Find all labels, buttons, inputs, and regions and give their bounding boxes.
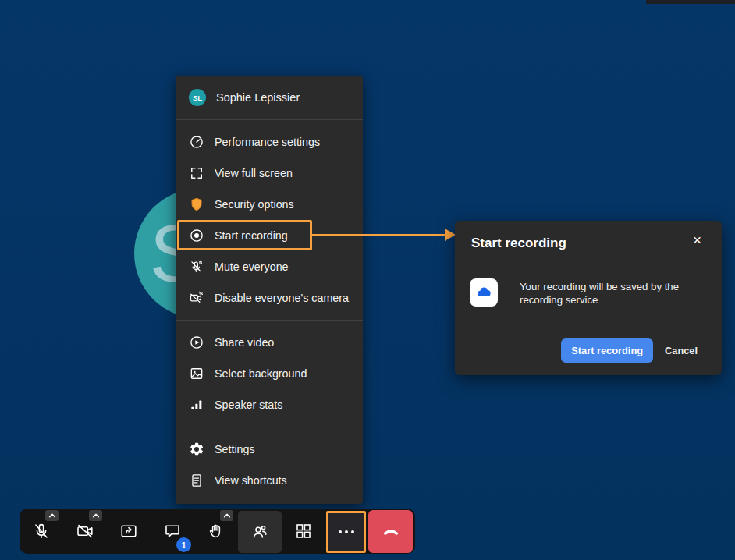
participants-icon [250, 523, 269, 541]
start-recording-button[interactable]: Start recording [561, 338, 653, 363]
tile-view-icon [294, 522, 313, 541]
menu-item-disable-everyones-camera[interactable]: Disable everyone's camera [176, 282, 363, 314]
menu-item-label: Performance settings [215, 136, 320, 148]
chat-icon [163, 522, 182, 541]
menu-item-speaker-stats[interactable]: Speaker stats [176, 389, 363, 420]
menu-item-view-shortcuts[interactable]: View shortcuts [176, 465, 363, 496]
menu-item-label: Settings [215, 443, 255, 455]
menu-item-view-full-screen[interactable]: View full screen [176, 158, 363, 189]
close-icon[interactable]: × [693, 232, 701, 247]
image-icon [189, 366, 204, 381]
more-actions-button[interactable] [326, 511, 366, 553]
chat-unread-badge: 1 [176, 537, 191, 552]
menu-group-2: Share video Select background Spe [176, 321, 363, 427]
menu-item-security-options[interactable]: Security options [176, 189, 363, 220]
menu-item-label: Select background [215, 367, 307, 380]
chevron-up-icon [223, 512, 231, 519]
chevron-up-icon [92, 512, 100, 519]
participants-button[interactable] [238, 511, 282, 553]
menu-item-performance-settings[interactable]: Performance settings [176, 126, 363, 158]
tile-view-button[interactable] [282, 509, 325, 554]
menu-item-label: View full screen [215, 167, 293, 179]
reactions-chevron[interactable] [220, 510, 233, 521]
menu-group-1: Performance settings View full screen Se… [176, 120, 363, 320]
menu-group-3: Settings View shortcuts [176, 427, 363, 502]
chat-button[interactable]: 1 [151, 509, 194, 554]
menu-item-label: Speaker stats [215, 399, 282, 411]
fullscreen-icon [189, 165, 204, 181]
meeting-stage: SL SL Sophie Lepissier Performance setti… [0, 0, 735, 560]
camera-off-icon [76, 522, 94, 541]
mic-mute-icon [189, 259, 204, 275]
microphone-options-chevron[interactable] [45, 510, 59, 521]
menu-item-label: View shortcuts [215, 474, 287, 487]
screen-share-button[interactable] [107, 509, 151, 554]
annotation-arrow-line [311, 234, 446, 236]
menu-item-label: Security options [215, 198, 294, 211]
menu-item-select-background[interactable]: Select background [176, 358, 363, 389]
hangup-icon [381, 521, 401, 541]
dialog-title: Start recording [471, 236, 566, 251]
record-icon [189, 228, 204, 243]
screen-share-icon [119, 522, 138, 541]
mic-muted-icon [32, 522, 51, 541]
menu-item-label: Start recording [215, 229, 288, 242]
camera-button[interactable] [63, 509, 107, 554]
avatar: SL [189, 89, 206, 106]
menu-user-row[interactable]: SL Sophie Lepissier [176, 76, 363, 119]
camera-off-icon [189, 290, 204, 306]
cloud-icon [470, 278, 498, 307]
menu-item-settings[interactable]: Settings [176, 434, 363, 465]
menu-item-mute-everyone[interactable]: Mute everyone [176, 251, 363, 282]
dialog-footer: Start recording Cancel [561, 338, 698, 363]
mute-microphone-button[interactable] [20, 509, 63, 554]
bar-chart-icon [189, 397, 204, 413]
raise-hand-icon [207, 522, 225, 541]
chat-unread-count: 1 [181, 541, 186, 550]
gauge-icon [189, 134, 204, 150]
user-name: Sophie Lepissier [216, 91, 300, 104]
avatar-initials: SL [193, 94, 202, 102]
dialog-message: Your recording will be saved by the reco… [520, 278, 724, 307]
camera-options-chevron[interactable] [89, 510, 102, 521]
cancel-button[interactable]: Cancel [665, 345, 698, 356]
raise-hand-button[interactable] [194, 509, 238, 554]
menu-item-label: Share video [215, 336, 274, 349]
menu-item-label: Disable everyone's camera [215, 292, 349, 304]
dialog-body: Your recording will be saved by the reco… [470, 278, 724, 307]
gear-icon [189, 441, 204, 457]
start-recording-dialog: Start recording × Your recording will be… [455, 221, 722, 375]
menu-item-label: Mute everyone [215, 261, 289, 273]
shield-icon [189, 197, 204, 212]
more-icon [339, 530, 354, 533]
document-icon [189, 473, 204, 488]
menu-item-share-video[interactable]: Share video [176, 327, 363, 358]
toolbar: 1 [20, 509, 415, 554]
menubar-fragment [646, 0, 735, 4]
annotation-arrow-head [445, 229, 456, 241]
chevron-up-icon [48, 512, 56, 519]
more-actions-menu: SL Sophie Lepissier Performance settings… [176, 76, 363, 504]
play-circle-icon [189, 335, 204, 350]
hangup-button[interactable] [368, 510, 413, 553]
